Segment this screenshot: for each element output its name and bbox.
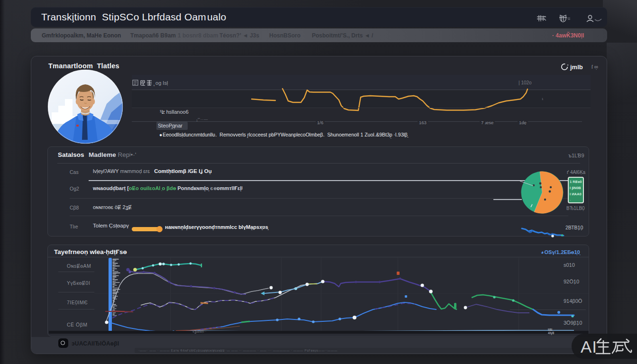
svg-text:jmlb: jmlb: [570, 64, 583, 71]
svg-text:ſ ∞̣: ſ ∞̣: [592, 64, 598, 70]
